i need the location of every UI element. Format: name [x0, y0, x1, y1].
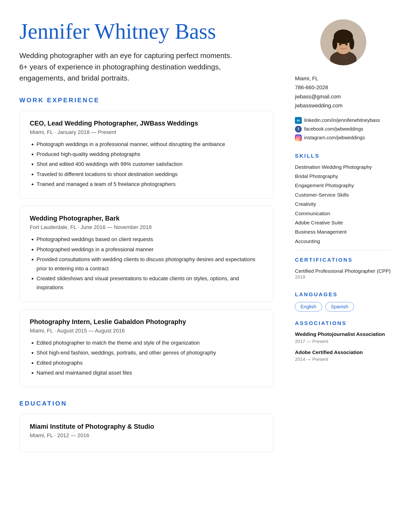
job-meta-1: Fort Lauderdale, FL · June 2016 — Novemb… [30, 224, 263, 230]
contact-phone: 786-660-2028 [295, 83, 392, 92]
contact-email: jwbass@gmail.com [295, 92, 392, 101]
svg-rect-13 [296, 136, 300, 140]
languages-section: LANGUAGES English Spanish [295, 289, 392, 318]
facebook-label: facebook.com/jwbweddings [304, 126, 363, 132]
association-0: Wedding Photojournalist Association 2017… [295, 331, 392, 344]
avatar-container [295, 19, 392, 65]
linkedin-label: linkedin.com/in/jenniferwhitneybass [304, 117, 380, 123]
skills-section: SKILLS Destination Wedding Photography B… [295, 151, 392, 247]
contact-website: jwbasswedding.com [295, 101, 392, 110]
association-1: Adobe Certified Association 2014 — Prese… [295, 349, 392, 362]
bullet: Provided consultations with wedding clie… [37, 255, 263, 273]
bullet: Trained and managed a team of 5 freelanc… [37, 180, 263, 189]
certifications-section: CERTIFICATIONS Certified Professional Ph… [295, 255, 392, 283]
right-column: Miami, FL 786-660-2028 jwbass@gmail.com … [288, 19, 392, 513]
language-badge-1: Spanish [325, 302, 354, 312]
skill-item-2: Engagement Photography [295, 182, 392, 189]
skills-title: SKILLS [295, 153, 392, 159]
svg-point-6 [349, 38, 354, 50]
bullet: Photographed weddings in a professional … [37, 245, 263, 254]
languages-title: LANGUAGES [295, 291, 392, 298]
associations-section: ASSOCIATIONS Wedding Photojournalist Ass… [295, 318, 392, 367]
bullet: Traveled to different locations to shoot… [37, 170, 263, 179]
divider-skills-certs [295, 250, 392, 250]
bullet: Named and maintained digital asset files [37, 368, 263, 377]
social-block: in linkedin.com/in/jenniferwhitneybass f… [295, 117, 392, 143]
bullet: Edited photographs [37, 358, 263, 367]
job-meta-2: Miami, FL · August 2015 — August 2016 [30, 328, 263, 334]
candidate-summary: Wedding photographer with an eye for cap… [19, 50, 237, 84]
job-bullets-2: Edited photographer to match the theme a… [30, 338, 263, 378]
skill-item-8: Accounting [295, 238, 392, 245]
school-meta-0: Miami, FL · 2012 — 2016 [30, 432, 263, 439]
work-experience-title: WORK EXPERIENCE [19, 96, 273, 104]
svg-point-8 [341, 57, 343, 59]
job-card-1: Wedding Photographer, Bark Fort Lauderda… [19, 206, 273, 302]
association-name-1: Adobe Certified Association [295, 349, 392, 356]
job-card-2: Photography Intern, Leslie Gabaldon Phot… [19, 309, 273, 387]
bullet: Shot and edited 400 weddings with 99% cu… [37, 160, 263, 169]
avatar-image [320, 19, 366, 65]
skill-item-1: Bridal Photography [295, 173, 392, 180]
cert-name-0: Certified Professional Photographer (CPP… [295, 267, 392, 275]
association-years-0: 2017 — Present [295, 339, 392, 344]
svg-point-14 [298, 137, 299, 139]
education-section: EDUCATION Miami Institute of Photography… [19, 400, 273, 452]
social-linkedin: in linkedin.com/in/jenniferwhitneybass [295, 117, 392, 124]
skill-item-3: Customer-Service Skills [295, 191, 392, 198]
bullet: Photograph weddings in a professional ma… [37, 140, 263, 149]
skill-item-4: Creativity [295, 200, 392, 208]
candidate-name: Jennifer Whitney Bass [19, 19, 273, 43]
association-years-1: 2014 — Present [295, 357, 392, 362]
skill-item-7: Business Management [295, 228, 392, 235]
certifications-title: CERTIFICATIONS [295, 257, 392, 263]
social-instagram: instagram.com/jwbweddings [295, 134, 392, 141]
languages-block: English Spanish [295, 302, 392, 312]
job-title-1: Wedding Photographer, Bark [30, 215, 263, 222]
skill-item-0: Destination Wedding Photography [295, 163, 392, 171]
language-badge-0: English [295, 302, 322, 312]
job-title-2: Photography Intern, Leslie Gabaldon Phot… [30, 318, 263, 326]
svg-point-7 [339, 56, 340, 57]
svg-point-10 [346, 57, 348, 59]
education-title: EDUCATION [19, 400, 273, 407]
job-card-0: CEO, Lead Wedding Photographer, JWBass W… [19, 111, 273, 199]
bullet: Produced high-quality wedding photograph… [37, 150, 263, 159]
linkedin-icon: in [295, 117, 302, 124]
job-bullets-1: Photographed weddings based on client re… [30, 235, 263, 292]
work-experience-section: WORK EXPERIENCE CEO, Lead Wedding Photog… [19, 96, 273, 387]
svg-point-5 [332, 38, 337, 50]
instagram-icon [295, 134, 302, 141]
job-bullets-0: Photograph weddings in a professional ma… [30, 140, 263, 189]
svg-point-15 [299, 136, 300, 137]
resume-page: Jennifer Whitney Bass Wedding photograph… [0, 0, 411, 532]
contact-block: Miami, FL 786-660-2028 jwbass@gmail.com … [295, 74, 392, 110]
avatar [320, 19, 366, 65]
bullet: Created slideshows and visual presentati… [37, 274, 263, 292]
left-column: Jennifer Whitney Bass Wedding photograph… [19, 19, 288, 513]
svg-point-11 [339, 44, 341, 46]
facebook-icon: f [295, 126, 302, 133]
contact-location: Miami, FL [295, 74, 392, 83]
associations-title: ASSOCIATIONS [295, 320, 392, 326]
social-facebook: f facebook.com/jwbweddings [295, 126, 392, 133]
instagram-label: instagram.com/jwbweddings [304, 135, 365, 141]
skill-item-6: Adobe Creative Suite [295, 219, 392, 226]
school-name-0: Miami Institute of Photography & Studio [30, 423, 263, 430]
bullet: Edited photographer to match the theme a… [37, 338, 263, 347]
job-meta-0: Miami, FL · January 2018 — Present [30, 129, 263, 135]
cert-year-0: 2019 [295, 275, 392, 280]
edu-card-0: Miami Institute of Photography & Studio … [19, 414, 273, 452]
svg-point-9 [344, 56, 345, 57]
skill-item-5: Communication [295, 210, 392, 217]
bullet: Photographed weddings based on client re… [37, 235, 263, 244]
job-title-0: CEO, Lead Wedding Photographer, JWBass W… [30, 120, 263, 127]
association-name-0: Wedding Photojournalist Association [295, 331, 392, 338]
bullet: Shot high-end fashion, weddings, portrai… [37, 348, 263, 357]
svg-point-12 [345, 44, 348, 46]
